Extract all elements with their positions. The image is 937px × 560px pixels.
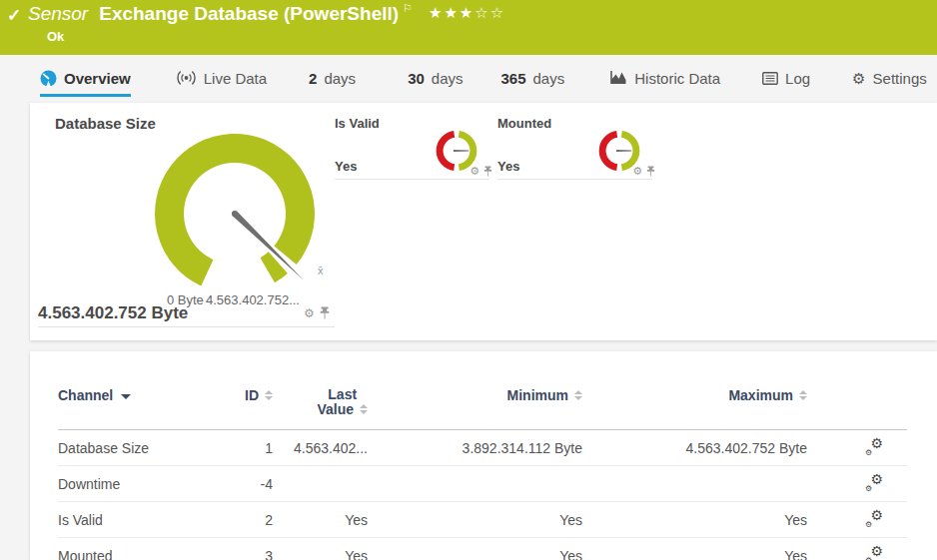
column-header-channel[interactable]: Channel	[58, 375, 213, 430]
status-badge: Ok	[47, 29, 64, 44]
mounted-gauge-block: Mounted Yes ⚙	[497, 113, 652, 180]
column-header-id[interactable]: ID	[213, 375, 273, 430]
channel-settings-icon[interactable]: ⚙⚙	[865, 547, 883, 560]
column-header-channel-label: Channel	[58, 387, 113, 403]
table-row[interactable]: Is Valid 2 Yes Yes Yes ⚙⚙	[58, 502, 907, 538]
cell-maximum	[582, 466, 807, 502]
log-list-icon	[762, 72, 778, 85]
cell-channel: Downtime	[58, 466, 213, 502]
column-header-minimum[interactable]: Minimum	[368, 375, 582, 430]
channel-gear-icon[interactable]: ⚙	[304, 307, 315, 319]
tab-log[interactable]: Log	[762, 55, 810, 97]
area-chart-icon	[609, 71, 627, 86]
mounted-gauge-title: Mounted	[497, 116, 551, 131]
cell-last-value: 4.563.402...	[273, 430, 368, 466]
channel-settings-icon[interactable]: ⚙⚙	[865, 439, 883, 455]
gauge-icon	[40, 70, 57, 87]
is-valid-gauge-block: Is Valid Yes ⚙	[335, 113, 489, 180]
cell-minimum	[368, 466, 582, 502]
column-header-last-value[interactable]: LastValue	[273, 375, 368, 430]
page-title: Exchange Database (PowerShell)	[99, 3, 399, 25]
cell-channel: Is Valid	[58, 502, 213, 538]
tab-live-data-label: Live Data	[204, 70, 267, 87]
sensor-tab-bar: Overview Live Data 2 days 30 days 365 da…	[0, 55, 937, 97]
cell-last-value: Yes	[273, 538, 368, 560]
tab-2-days[interactable]: 2 days	[309, 55, 356, 97]
divider	[38, 326, 335, 327]
column-header-maximum[interactable]: Maximum	[582, 375, 807, 430]
gauge-max-label: 4.563.402.752...	[180, 292, 300, 307]
tab-365-days[interactable]: 365 days	[501, 55, 565, 97]
flag-icon[interactable]: ⚐	[403, 2, 413, 15]
mini-needle	[454, 150, 468, 152]
database-size-gauge-title: Database Size	[55, 115, 156, 132]
overview-gauges-panel: Database Size x̄ 0 Byte 4.563.402.752...…	[30, 103, 937, 340]
mean-marker: x̄	[318, 265, 324, 277]
gauge-toolbar: ⚙	[469, 166, 492, 177]
tab-settings[interactable]: ⚙ Settings	[852, 55, 927, 97]
pin-icon[interactable]	[320, 306, 330, 319]
tab-overview-label: Overview	[64, 70, 131, 87]
pin-icon[interactable]	[483, 166, 492, 177]
table-row[interactable]: Downtime -4 ⚙⚙	[58, 466, 907, 502]
cell-minimum: Yes	[368, 502, 582, 538]
stars-filled[interactable]: ★★★	[429, 4, 474, 21]
cell-last-value: Yes	[273, 502, 368, 538]
cell-id: -4	[213, 466, 273, 502]
stars-empty[interactable]: ☆☆	[474, 4, 505, 21]
column-header-id-label: ID	[245, 387, 259, 403]
channels-table-panel: Channel ID LastValue Minimum Maximum Dat…	[30, 351, 937, 560]
sort-icon	[265, 390, 273, 400]
tab-historic-data[interactable]: Historic Data	[609, 55, 720, 97]
tab-2-days-number: 2	[309, 70, 317, 87]
tab-30-days[interactable]: 30 days	[408, 55, 463, 97]
object-type-label: Sensor	[28, 3, 88, 25]
channel-gear-icon[interactable]: ⚙	[632, 166, 642, 177]
tab-historic-data-label: Historic Data	[634, 70, 720, 87]
prtg-sensor-page: ✓ Sensor Exchange Database (PowerShell) …	[0, 0, 937, 560]
pin-icon[interactable]	[646, 166, 655, 177]
cell-maximum: Yes	[582, 502, 807, 538]
sort-icon	[799, 390, 807, 400]
channel-gear-icon[interactable]: ⚙	[469, 166, 479, 177]
cell-id: 2	[213, 502, 273, 538]
table-row[interactable]: Database Size 1 4.563.402... 3.892.314.1…	[58, 430, 907, 466]
tab-365-days-number: 365	[501, 70, 526, 87]
cell-maximum: 4.563.402.752 Byte	[582, 430, 807, 466]
is-valid-value: Yes	[335, 159, 357, 174]
database-size-gauge	[150, 126, 320, 300]
cell-id: 3	[213, 538, 273, 560]
tab-30-days-number: 30	[408, 70, 425, 87]
priority-stars[interactable]: ★★★☆☆	[429, 4, 505, 22]
cell-channel: Database Size	[58, 430, 213, 466]
is-valid-gauge-title: Is Valid	[335, 116, 380, 131]
cell-minimum: Yes	[368, 538, 582, 560]
cell-id: 1	[213, 430, 273, 466]
database-size-value: 4.563.402.752 Byte	[38, 303, 188, 323]
tab-log-label: Log	[785, 70, 810, 87]
tab-settings-label: Settings	[873, 70, 927, 87]
tab-2-days-label: days	[324, 70, 356, 87]
cell-maximum: Yes	[582, 538, 807, 560]
tab-live-data[interactable]: Live Data	[176, 55, 267, 97]
sort-icon	[574, 390, 582, 400]
tab-overview[interactable]: Overview	[40, 55, 131, 97]
column-header-last-line1: Last	[317, 387, 368, 402]
gauge-toolbar: ⚙	[304, 306, 330, 319]
column-header-last-line2: Value	[317, 401, 354, 417]
mini-needle	[616, 150, 631, 152]
cell-minimum: 3.892.314.112 Byte	[368, 430, 582, 466]
table-header-row: Channel ID LastValue Minimum Maximum	[58, 375, 907, 430]
sensor-status-header: ✓ Sensor Exchange Database (PowerShell) …	[0, 0, 937, 55]
gauge-toolbar: ⚙	[632, 166, 655, 177]
table-row[interactable]: Mounted 3 Yes Yes Yes ⚙⚙	[58, 538, 907, 560]
sort-desc-icon	[121, 394, 131, 399]
header-title-line: Sensor Exchange Database (PowerShell) ⚐ …	[28, 3, 505, 25]
tab-30-days-label: days	[432, 70, 464, 87]
channel-settings-icon[interactable]: ⚙⚙	[865, 511, 883, 527]
channel-settings-icon[interactable]: ⚙⚙	[865, 475, 883, 491]
sort-icon	[360, 404, 368, 414]
cell-channel: Mounted	[58, 538, 213, 560]
mounted-value: Yes	[497, 159, 519, 174]
column-header-actions	[807, 375, 907, 430]
